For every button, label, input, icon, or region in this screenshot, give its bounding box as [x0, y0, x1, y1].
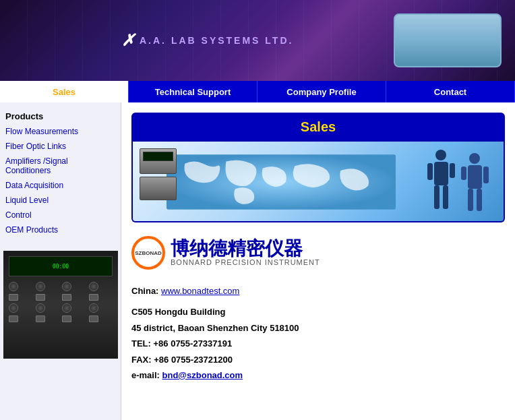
svg-rect-8 — [468, 165, 482, 189]
panel-btn-5 — [9, 316, 18, 322]
sales-figures — [426, 148, 490, 216]
figure-1-svg — [426, 148, 456, 216]
sidebar-item-oem-products[interactable]: OEM Products — [0, 222, 121, 237]
svg-rect-3 — [434, 185, 440, 209]
bonad-logo-text: SZBONAD — [135, 250, 162, 256]
navbar: Sales Technical Support Company Profile … — [0, 81, 515, 102]
bonad-text-area: 博纳德精密仪器 BONNARD PRECISION INSTRUMENT — [171, 239, 320, 266]
content-area: Sales — [121, 102, 515, 420]
sidebar-item-fiber-optic-links[interactable]: Fiber Optic Links — [0, 139, 121, 154]
nav-item-technical-support[interactable]: Technical Support — [129, 81, 258, 102]
address-block: C505 Hongdu Building 45 district, Baoan … — [131, 304, 505, 383]
bonad-english-name: BONNARD PRECISION INSTRUMENT — [171, 258, 320, 266]
sidebar-item-flow-measurements[interactable]: Flow Measurements — [0, 124, 121, 139]
svg-point-7 — [469, 153, 480, 164]
nav-item-company-profile[interactable]: Company Profile — [258, 81, 386, 102]
mini-device-1 — [140, 148, 177, 174]
address-line1: C505 Hongdu Building — [131, 304, 505, 320]
sales-image-area — [131, 142, 505, 222]
address-line2: 45 district, Baoan Shenzhen City 518100 — [131, 320, 505, 336]
panel-screen: 00:00 — [9, 256, 113, 276]
main-layout: Products Flow Measurements Fiber Optic L… — [0, 102, 515, 420]
panel-knob-7 — [62, 303, 71, 313]
panel-knob-5 — [9, 303, 18, 313]
sidebar-item-amplifiers[interactable]: Amplifiers /Signal Conditioners — [0, 154, 121, 178]
figure-2-svg — [460, 152, 490, 216]
bonad-circle-logo: SZBONAD — [131, 236, 165, 270]
sidebar: Products Flow Measurements Fiber Optic L… — [0, 102, 121, 420]
panel-knob-1 — [9, 282, 18, 291]
website-link[interactable]: www.bonadtest.com — [161, 286, 239, 296]
panel-knob-4 — [89, 282, 98, 291]
sidebar-device-panel: 00:00 — [3, 251, 118, 359]
panel-knob-8 — [89, 303, 98, 313]
tel-line: TEL: +86 0755-27337191 — [131, 336, 505, 351]
svg-rect-5 — [427, 163, 433, 180]
panel-btn-7 — [62, 316, 71, 322]
sales-devices-left — [140, 148, 177, 200]
svg-rect-4 — [443, 185, 448, 209]
email-line: e-mail: bnd@szbonad.com — [131, 367, 505, 383]
panel-btn-2 — [36, 294, 45, 301]
bonad-logo: SZBONAD 博纳德精密仪器 BONNARD PRECISION INSTRU… — [131, 236, 320, 270]
panel-btn-1 — [9, 294, 18, 301]
panel-btn-4 — [89, 294, 98, 301]
svg-rect-6 — [450, 163, 455, 178]
sidebar-item-data-acquisition[interactable]: Data Acquisition — [0, 178, 121, 193]
sidebar-item-control[interactable]: Control — [0, 208, 121, 222]
bonad-section: SZBONAD 博纳德精密仪器 BONNARD PRECISION INSTRU… — [131, 236, 505, 270]
mini-device-2 — [140, 177, 177, 200]
nav-item-contact[interactable]: Contact — [386, 81, 515, 102]
nav-item-sales[interactable]: Sales — [0, 81, 129, 102]
world-map-svg — [166, 145, 396, 219]
panel-btn-8 — [89, 316, 98, 322]
email-label: e-mail: — [131, 370, 160, 380]
china-label: China: — [131, 286, 158, 296]
page-header: ✗ A.A. LAB SYSTEMS LTD. — [0, 0, 515, 81]
header-device-image — [394, 13, 502, 67]
bonad-chinese-name: 博纳德精密仪器 — [171, 239, 320, 258]
sidebar-section-products: Products — [0, 106, 121, 124]
panel-knob-6 — [36, 303, 45, 313]
device-screen — [143, 152, 173, 161]
sales-banner-title: Sales — [131, 113, 505, 142]
svg-rect-2 — [434, 162, 448, 185]
contact-info: China: www.bonadtest.com C505 Hongdu Bui… — [131, 283, 505, 383]
panel-btn-6 — [36, 316, 45, 322]
svg-rect-12 — [483, 167, 489, 183]
fax-line: FAX: +86 0755-23721200 — [131, 352, 505, 367]
svg-rect-11 — [461, 167, 466, 180]
china-website-line: China: www.bonadtest.com — [131, 283, 505, 299]
svg-rect-9 — [468, 189, 473, 211]
panel-knob-3 — [62, 282, 71, 291]
device-panel-grid: 00:00 — [3, 251, 118, 359]
svg-rect-10 — [477, 189, 482, 211]
email-link[interactable]: bnd@szbonad.com — [162, 370, 243, 380]
sidebar-item-liquid-level[interactable]: Liquid Level — [0, 193, 121, 208]
panel-btn-3 — [62, 294, 71, 301]
svg-point-1 — [435, 150, 446, 160]
panel-knob-2 — [36, 282, 45, 291]
